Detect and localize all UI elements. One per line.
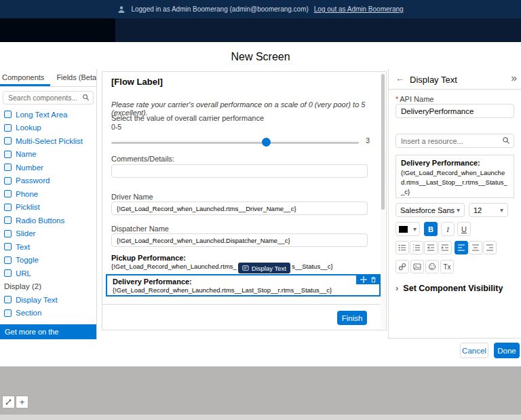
sidebar-item-phone[interactable]: Phone	[0, 187, 96, 201]
app-nav-bar	[0, 18, 521, 42]
bulleted-list-icon	[398, 244, 406, 252]
appexchange-link[interactable]: Get more on the AppExchange	[0, 324, 96, 339]
flow-canvas-background: +	[0, 366, 521, 420]
delete-icon[interactable]	[370, 276, 377, 283]
driver-name-input[interactable]	[111, 202, 368, 215]
font-size-value: 12	[474, 206, 482, 214]
collapse-panel-icon[interactable]	[509, 75, 518, 83]
screen-canvas: [Flow Label] Please rate your carrier's …	[102, 71, 387, 330]
sidebar-item-multi-select-picklist[interactable]: Multi-Select Picklist	[0, 134, 96, 148]
finish-button[interactable]: Finish	[337, 311, 367, 325]
modal-title: New Screen	[0, 51, 521, 63]
cancel-button[interactable]: Cancel	[460, 343, 488, 358]
api-name-input[interactable]	[395, 104, 514, 118]
set-component-visibility-section[interactable]: › Set Component Visibility	[395, 283, 503, 293]
chevron-right-icon: ›	[395, 283, 398, 293]
zoom-in-button[interactable]: +	[16, 396, 28, 408]
align-center-button[interactable]	[469, 241, 482, 254]
comments-input[interactable]	[111, 164, 368, 178]
sidebar-item-label: Multi-Select Picklist	[16, 137, 83, 145]
sidebar-item-label: Password	[16, 176, 50, 185]
sidebar-item-long-text-area[interactable]: Long Text Area	[0, 108, 96, 121]
display-text-icon	[4, 296, 12, 303]
pickup-performance-value[interactable]: {!Get_Load_Record_when_Launched.rtms_ Di…	[111, 263, 378, 273]
slider-icon	[4, 230, 12, 237]
image-icon	[413, 263, 421, 271]
search-icon	[502, 136, 510, 145]
dispatcher-name-input[interactable]	[111, 233, 368, 247]
components-search	[3, 91, 94, 104]
bold-button[interactable]: B	[424, 222, 438, 236]
richtext-merge-field: {!Get_Load_Record_when_Launched.rtms__La…	[401, 168, 509, 196]
component-action-badge[interactable]	[356, 274, 381, 284]
sidebar-item-toggle[interactable]: Toggle	[0, 254, 96, 267]
insert-emoji-button[interactable]	[425, 260, 439, 273]
slider-handle[interactable]	[262, 138, 271, 147]
components-search-input[interactable]	[3, 91, 94, 104]
align-right-button[interactable]	[483, 241, 497, 254]
section-icon	[4, 309, 12, 317]
font-select[interactable]: Salesforce Sans ▾	[395, 203, 465, 217]
underline-button[interactable]: U	[457, 222, 471, 236]
api-name-label: *API Name	[395, 95, 433, 103]
delivery-performance-label: Delivery Performance:	[113, 278, 192, 286]
expand-canvas-button[interactable]	[2, 396, 15, 408]
sidebar-item-label: Slider	[16, 229, 35, 237]
sidebar-item-label: Display Text	[16, 296, 58, 304]
indent-button[interactable]	[438, 241, 452, 254]
url-icon	[4, 269, 12, 277]
plus-icon: +	[20, 397, 25, 407]
sidebar-item-label: Section	[16, 309, 41, 317]
bulleted-list-button[interactable]	[395, 241, 409, 254]
sidebar-item-number[interactable]: Number	[0, 161, 96, 174]
sidebar-item-radio-buttons[interactable]: Radio Buttons	[0, 214, 96, 227]
multi-select-picklist-icon	[4, 137, 12, 145]
done-button[interactable]: Done	[494, 343, 520, 358]
text-color-picker[interactable]: ▾	[395, 222, 420, 236]
sidebar-item-picklist[interactable]: Picklist	[0, 201, 96, 214]
back-arrow-icon[interactable]: ←	[395, 73, 404, 83]
tooltip-label: Display Text	[252, 265, 286, 272]
sidebar-item-password[interactable]: Password	[0, 174, 96, 188]
sidebar-item-text[interactable]: Text	[0, 240, 96, 254]
slider-range-label: 0-5	[111, 123, 121, 131]
canvas-scrollbar-thumb[interactable]	[381, 74, 385, 210]
logout-link[interactable]: Log out as Admin Boomerang	[314, 5, 404, 13]
pickup-performance-label[interactable]: Pickup Performance:	[111, 254, 186, 262]
tab-fields-beta[interactable]: Fields (Beta)	[50, 73, 97, 86]
chevron-down-icon: ▾	[500, 206, 503, 214]
sidebar-item-section[interactable]: Section	[0, 307, 96, 320]
toggle-icon	[4, 256, 12, 264]
font-select-value: Salesforce Sans	[400, 206, 455, 214]
rich-text-editor-body[interactable]: Delivery Performance: {!Get_Load_Record_…	[395, 155, 514, 198]
sidebar-item-url[interactable]: URL	[0, 267, 96, 280]
align-left-button[interactable]	[455, 241, 468, 254]
canvas-scrollbar[interactable]	[381, 73, 385, 329]
tab-components[interactable]: Components	[0, 73, 50, 86]
sidebar-section-display: Display (2)	[0, 280, 96, 294]
insert-resource-input[interactable]	[395, 134, 514, 148]
logged-in-bar: Logged in as Admin Boomerang (admin@boom…	[0, 0, 521, 18]
sidebar-item-label: Picklist	[16, 203, 40, 211]
sidebar-item-display-text[interactable]: Display Text	[0, 293, 96, 307]
delivery-performance-component-selected[interactable]: Delivery Performance: {!Get_Load_Record_…	[106, 274, 381, 297]
font-size-select[interactable]: 12 ▾	[469, 203, 508, 217]
sidebar-item-label: Toggle	[16, 256, 39, 264]
slider-track[interactable]	[111, 142, 359, 144]
panel-title: Display Text	[410, 75, 457, 85]
numbered-list-button[interactable]	[410, 241, 423, 254]
insert-image-button[interactable]	[410, 260, 424, 273]
clear-format-button[interactable]: Tx	[440, 260, 454, 273]
insert-link-button[interactable]	[395, 260, 409, 273]
sidebar-item-slider[interactable]: Slider	[0, 227, 96, 241]
align-right-icon	[486, 244, 494, 252]
chevron-down-icon: ▾	[457, 206, 460, 214]
sidebar-item-name[interactable]: Name	[0, 148, 96, 161]
bottom-strip	[0, 415, 521, 420]
move-icon[interactable]	[360, 276, 367, 283]
align-center-icon	[471, 244, 480, 252]
italic-button[interactable]: I	[441, 222, 455, 236]
sidebar-item-lookup[interactable]: Lookup	[0, 121, 96, 135]
logged-in-text: Logged in as Admin Boomerang (admin@boom…	[131, 5, 308, 13]
outdent-button[interactable]	[424, 241, 438, 254]
